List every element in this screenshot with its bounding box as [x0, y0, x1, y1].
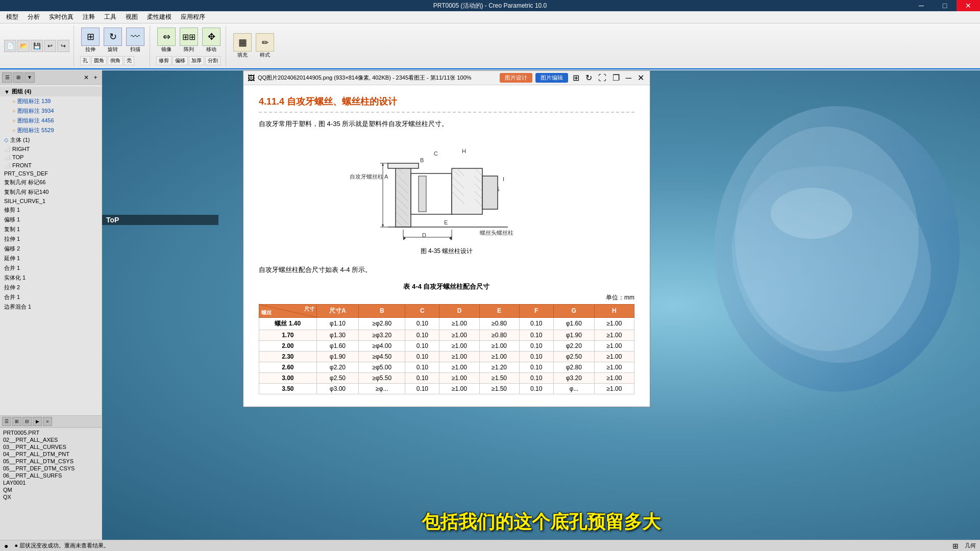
shell-button[interactable]: 壳	[124, 56, 134, 65]
table-cell: ≥1.00	[439, 340, 479, 351]
svg-text:I: I	[503, 176, 504, 182]
img-refresh-icon[interactable]: ↻	[584, 73, 594, 83]
maximize-button[interactable]: □	[933, 0, 957, 11]
table-cell: φ1.60	[316, 340, 359, 351]
menu-item-tools[interactable]: 工具	[100, 12, 120, 22]
tree-add-icon[interactable]: +	[91, 73, 100, 82]
style-button[interactable]: ✏ 样式	[255, 32, 275, 60]
menu-item-flexible[interactable]: 柔性建模	[143, 12, 176, 22]
fill-button[interactable]: ▦ 填充	[232, 32, 253, 60]
open-icon[interactable]: 📂	[17, 40, 30, 52]
table-cell: ≥1.00	[439, 351, 479, 362]
tree-item-copy3[interactable]: 复制 1	[0, 224, 102, 234]
view-icon3[interactable]: ⊟	[22, 417, 32, 426]
move-button[interactable]: ✥ 移动	[201, 27, 222, 54]
img-design-button[interactable]: 图片设计	[500, 73, 532, 83]
tree-item-extend1[interactable]: 延伸 1	[0, 254, 102, 263]
tree-item-copy2[interactable]: 复制几何 标记140	[0, 187, 102, 197]
tree-item-trim1[interactable]: 修剪 1	[0, 205, 102, 215]
revolve-button[interactable]: ↻ 旋转	[103, 27, 123, 54]
tree-item-top[interactable]: ⬜ TOP	[0, 153, 102, 161]
tree-item-annotation4456[interactable]: ○ 图组标注 4456	[0, 116, 102, 126]
view-icon2[interactable]: ⊞	[12, 417, 21, 426]
bottom-item-axes[interactable]: 02__PRT_ALL_AXES	[1, 436, 101, 443]
thicken-button[interactable]: 加厚	[189, 56, 204, 65]
img-restore-icon[interactable]: ❐	[611, 73, 621, 83]
menu-item-view[interactable]: 视图	[121, 12, 142, 22]
tree-item-annotation139[interactable]: ○ 图组标注 139	[0, 96, 102, 106]
view-icon1[interactable]: ☰	[2, 417, 11, 426]
menu-item-analysis[interactable]: 分析	[23, 12, 44, 22]
tree-item-csysdef[interactable]: PRT_CSYS_DEF	[0, 169, 102, 178]
view-mode-icon: ⊞	[952, 542, 959, 550]
split-button[interactable]: 分割	[205, 56, 220, 65]
bottom-item-dtmpnt[interactable]: 04__PRT_ALL_DTM_PNT	[1, 450, 101, 458]
svg-marker-40	[403, 236, 406, 240]
tree-item-right[interactable]: ⬜ RIGHT	[0, 145, 102, 153]
menu-item-annotation[interactable]: 注释	[79, 12, 99, 22]
hole-button[interactable]: 孔	[80, 56, 90, 65]
tree-icon-grid[interactable]: ⊞	[13, 72, 23, 83]
tree-item-body[interactable]: ◇ 主体 (1)	[0, 135, 102, 145]
bottom-item-qm[interactable]: QM	[1, 486, 101, 493]
tree-item-solidify1[interactable]: 实体化 1	[0, 273, 102, 283]
view-icon5[interactable]: »	[43, 417, 52, 426]
img-edit-button[interactable]: 图片编辑	[535, 73, 568, 83]
bottom-item-surfs[interactable]: 06__PRT_ALL_SURFS	[1, 472, 101, 479]
tree-item-annotation5529[interactable]: ○ 图组标注 5529	[0, 126, 102, 135]
img-minimize-icon[interactable]: ─	[624, 73, 633, 83]
tree-item-offset1[interactable]: 偏移 1	[0, 215, 102, 224]
new-icon[interactable]: 📄	[4, 40, 16, 52]
redo-icon[interactable]: ↪	[57, 40, 69, 52]
undo-icon[interactable]: ↩	[44, 40, 56, 52]
tree-icon-filter[interactable]: ▼	[24, 72, 35, 83]
table-cell: 螺丝 1.40	[259, 317, 317, 330]
tree-item-silh[interactable]: SILH_CURVE_1	[0, 197, 102, 205]
annotation-icon2: ○	[12, 108, 15, 114]
tree-item-extrude2[interactable]: 拉伸 2	[0, 283, 102, 292]
view-icon4[interactable]: ▶	[33, 417, 42, 426]
tree-item-copy1[interactable]: 复制几何 标记66	[0, 178, 102, 187]
tree-item-extrude1[interactable]: 拉伸 1	[0, 234, 102, 244]
col-header-e: E	[479, 304, 519, 317]
menu-item-model[interactable]: 模型	[2, 12, 22, 22]
trim-button[interactable]: 修剪	[156, 56, 172, 65]
bottom-item-curves[interactable]: 03__PRT_ALL_CURVES	[1, 443, 101, 450]
save-icon[interactable]: 💾	[31, 40, 43, 52]
offset-button[interactable]: 偏移	[173, 56, 188, 65]
img-fullscreen-icon[interactable]: ⛶	[597, 73, 608, 83]
table-cell: ≥1.00	[594, 372, 634, 383]
tree-icon-list[interactable]: ☰	[2, 72, 12, 83]
tree-close-icon[interactable]: ✕	[82, 73, 90, 82]
chamfer-button[interactable]: 倒角	[108, 56, 123, 65]
tree-item-merge2[interactable]: 合并 1	[0, 292, 102, 302]
table-cell: ≥1.00	[594, 317, 634, 330]
svg-text:A: A	[384, 173, 388, 180]
bottom-item-prt[interactable]: PRT0005.PRT	[1, 429, 101, 436]
bottom-item-qx[interactable]: QX	[1, 493, 101, 500]
tree-item-merge1[interactable]: 合并 1	[0, 263, 102, 273]
tree-group-item[interactable]: ▼ 图组 (4)	[0, 87, 102, 96]
close-button[interactable]: ✕	[957, 0, 980, 11]
table-cell: φ2.50	[316, 372, 359, 383]
bottom-item-dtmcsys1[interactable]: 05__PRT_ALL_DTM_CSYS	[1, 458, 101, 465]
fillet-button[interactable]: 圆角	[91, 56, 107, 65]
img-grid-icon[interactable]: ⊞	[571, 73, 581, 83]
mirror-button[interactable]: ⇔ 镜像	[156, 27, 177, 54]
tree-item-front[interactable]: ⬜ FRONT	[0, 161, 102, 169]
menu-item-apps[interactable]: 应用程序	[177, 12, 209, 22]
menu-item-simulation[interactable]: 实时仿真	[45, 12, 78, 22]
tree-item-offset2[interactable]: 偏移 2	[0, 244, 102, 254]
table-cell: φ2.20	[553, 340, 594, 351]
img-close-icon[interactable]: ✕	[636, 73, 646, 83]
table-cell: 2.30	[259, 351, 317, 362]
minimize-button[interactable]: ─	[910, 0, 933, 11]
bottom-item-lay[interactable]: LAY0001	[1, 479, 101, 486]
tree-item-annotation3934[interactable]: ○ 图组标注 3934	[0, 106, 102, 116]
pattern-button[interactable]: ⊞⊞ 阵列	[179, 27, 199, 54]
bottom-item-dtmcsys2[interactable]: 05__PRT_DEF_DTM_CSYS	[1, 465, 101, 472]
table-cell: ≥φ5.50	[359, 372, 405, 383]
tree-item-boundary[interactable]: 边界混合 1	[0, 302, 102, 312]
sweep-button[interactable]: 〰 扫描	[125, 27, 145, 54]
extrude-button[interactable]: ⊞ 拉伸	[80, 27, 101, 54]
